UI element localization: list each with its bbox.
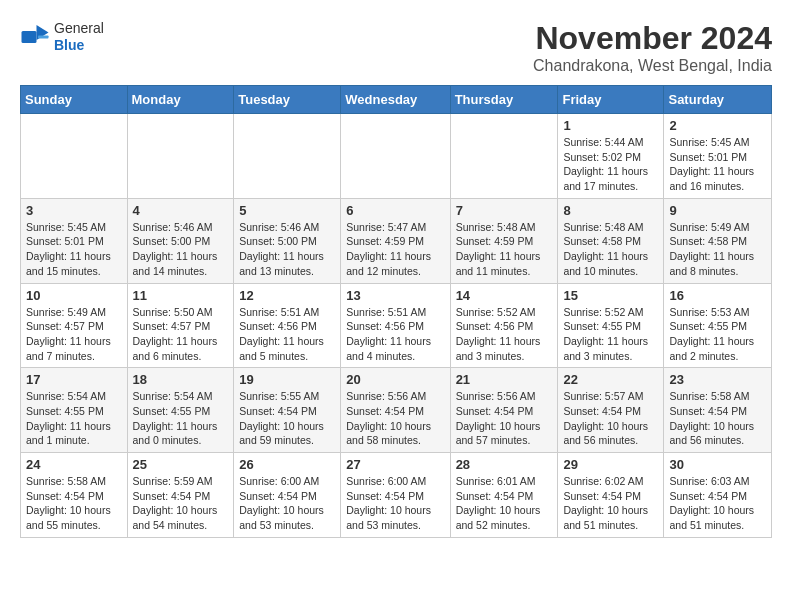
day-cell: 28 Sunrise: 6:01 AM Sunset: 4:54 PM Dayl…: [450, 453, 558, 538]
day-cell: 27 Sunrise: 6:00 AM Sunset: 4:54 PM Dayl…: [341, 453, 450, 538]
day-cell: 17 Sunrise: 5:54 AM Sunset: 4:55 PM Dayl…: [21, 368, 128, 453]
logo-blue: Blue: [54, 37, 104, 54]
day-info: Sunrise: 5:50 AM Sunset: 4:57 PM Dayligh…: [133, 305, 229, 364]
day-number: 26: [239, 457, 335, 472]
day-number: 17: [26, 372, 122, 387]
day-cell: 25 Sunrise: 5:59 AM Sunset: 4:54 PM Dayl…: [127, 453, 234, 538]
day-number: 14: [456, 288, 553, 303]
day-cell: 20 Sunrise: 5:56 AM Sunset: 4:54 PM Dayl…: [341, 368, 450, 453]
day-number: 4: [133, 203, 229, 218]
day-info: Sunrise: 5:53 AM Sunset: 4:55 PM Dayligh…: [669, 305, 766, 364]
day-info: Sunrise: 5:44 AM Sunset: 5:02 PM Dayligh…: [563, 135, 658, 194]
day-info: Sunrise: 5:55 AM Sunset: 4:54 PM Dayligh…: [239, 389, 335, 448]
day-cell: 29 Sunrise: 6:02 AM Sunset: 4:54 PM Dayl…: [558, 453, 664, 538]
day-cell: 1 Sunrise: 5:44 AM Sunset: 5:02 PM Dayli…: [558, 114, 664, 199]
week-row-1: 1 Sunrise: 5:44 AM Sunset: 5:02 PM Dayli…: [21, 114, 772, 199]
day-cell: [450, 114, 558, 199]
day-cell: 22 Sunrise: 5:57 AM Sunset: 4:54 PM Dayl…: [558, 368, 664, 453]
day-info: Sunrise: 6:03 AM Sunset: 4:54 PM Dayligh…: [669, 474, 766, 533]
day-cell: 11 Sunrise: 5:50 AM Sunset: 4:57 PM Dayl…: [127, 283, 234, 368]
day-cell: 24 Sunrise: 5:58 AM Sunset: 4:54 PM Dayl…: [21, 453, 128, 538]
day-number: 16: [669, 288, 766, 303]
day-cell: 16 Sunrise: 5:53 AM Sunset: 4:55 PM Dayl…: [664, 283, 772, 368]
day-cell: 8 Sunrise: 5:48 AM Sunset: 4:58 PM Dayli…: [558, 198, 664, 283]
day-cell: 9 Sunrise: 5:49 AM Sunset: 4:58 PM Dayli…: [664, 198, 772, 283]
page-container: General Blue November 2024 Chandrakona, …: [20, 20, 772, 538]
day-number: 10: [26, 288, 122, 303]
day-info: Sunrise: 6:01 AM Sunset: 4:54 PM Dayligh…: [456, 474, 553, 533]
title-section: November 2024 Chandrakona, West Bengal, …: [533, 20, 772, 75]
day-number: 22: [563, 372, 658, 387]
logo: General Blue: [20, 20, 104, 54]
day-number: 29: [563, 457, 658, 472]
month-title: November 2024: [533, 20, 772, 57]
day-info: Sunrise: 5:52 AM Sunset: 4:56 PM Dayligh…: [456, 305, 553, 364]
day-info: Sunrise: 5:49 AM Sunset: 4:58 PM Dayligh…: [669, 220, 766, 279]
day-info: Sunrise: 5:45 AM Sunset: 5:01 PM Dayligh…: [669, 135, 766, 194]
week-row-5: 24 Sunrise: 5:58 AM Sunset: 4:54 PM Dayl…: [21, 453, 772, 538]
day-info: Sunrise: 6:02 AM Sunset: 4:54 PM Dayligh…: [563, 474, 658, 533]
header: General Blue November 2024 Chandrakona, …: [20, 20, 772, 75]
day-number: 30: [669, 457, 766, 472]
day-info: Sunrise: 6:00 AM Sunset: 4:54 PM Dayligh…: [239, 474, 335, 533]
day-number: 6: [346, 203, 444, 218]
day-info: Sunrise: 5:46 AM Sunset: 5:00 PM Dayligh…: [239, 220, 335, 279]
col-monday: Monday: [127, 86, 234, 114]
day-number: 13: [346, 288, 444, 303]
day-info: Sunrise: 5:45 AM Sunset: 5:01 PM Dayligh…: [26, 220, 122, 279]
day-number: 11: [133, 288, 229, 303]
col-saturday: Saturday: [664, 86, 772, 114]
col-sunday: Sunday: [21, 86, 128, 114]
day-cell: 18 Sunrise: 5:54 AM Sunset: 4:55 PM Dayl…: [127, 368, 234, 453]
svg-rect-2: [38, 35, 49, 38]
logo-text: General Blue: [54, 20, 104, 54]
day-number: 21: [456, 372, 553, 387]
day-cell: [127, 114, 234, 199]
day-number: 20: [346, 372, 444, 387]
svg-rect-0: [22, 31, 37, 43]
day-info: Sunrise: 5:59 AM Sunset: 4:54 PM Dayligh…: [133, 474, 229, 533]
day-info: Sunrise: 5:51 AM Sunset: 4:56 PM Dayligh…: [239, 305, 335, 364]
day-info: Sunrise: 5:49 AM Sunset: 4:57 PM Dayligh…: [26, 305, 122, 364]
day-info: Sunrise: 5:56 AM Sunset: 4:54 PM Dayligh…: [456, 389, 553, 448]
calendar-table: Sunday Monday Tuesday Wednesday Thursday…: [20, 85, 772, 538]
day-info: Sunrise: 5:47 AM Sunset: 4:59 PM Dayligh…: [346, 220, 444, 279]
col-thursday: Thursday: [450, 86, 558, 114]
day-number: 7: [456, 203, 553, 218]
day-number: 12: [239, 288, 335, 303]
week-row-2: 3 Sunrise: 5:45 AM Sunset: 5:01 PM Dayli…: [21, 198, 772, 283]
day-number: 1: [563, 118, 658, 133]
day-cell: 3 Sunrise: 5:45 AM Sunset: 5:01 PM Dayli…: [21, 198, 128, 283]
day-cell: 6 Sunrise: 5:47 AM Sunset: 4:59 PM Dayli…: [341, 198, 450, 283]
day-cell: 10 Sunrise: 5:49 AM Sunset: 4:57 PM Dayl…: [21, 283, 128, 368]
col-tuesday: Tuesday: [234, 86, 341, 114]
day-cell: 23 Sunrise: 5:58 AM Sunset: 4:54 PM Dayl…: [664, 368, 772, 453]
day-number: 19: [239, 372, 335, 387]
day-number: 15: [563, 288, 658, 303]
day-number: 8: [563, 203, 658, 218]
day-info: Sunrise: 5:54 AM Sunset: 4:55 PM Dayligh…: [26, 389, 122, 448]
logo-icon: [20, 25, 50, 49]
day-cell: 2 Sunrise: 5:45 AM Sunset: 5:01 PM Dayli…: [664, 114, 772, 199]
day-info: Sunrise: 5:48 AM Sunset: 4:58 PM Dayligh…: [563, 220, 658, 279]
day-info: Sunrise: 5:46 AM Sunset: 5:00 PM Dayligh…: [133, 220, 229, 279]
day-cell: 5 Sunrise: 5:46 AM Sunset: 5:00 PM Dayli…: [234, 198, 341, 283]
day-number: 18: [133, 372, 229, 387]
col-wednesday: Wednesday: [341, 86, 450, 114]
day-number: 5: [239, 203, 335, 218]
day-cell: 21 Sunrise: 5:56 AM Sunset: 4:54 PM Dayl…: [450, 368, 558, 453]
week-row-4: 17 Sunrise: 5:54 AM Sunset: 4:55 PM Dayl…: [21, 368, 772, 453]
day-cell: 14 Sunrise: 5:52 AM Sunset: 4:56 PM Dayl…: [450, 283, 558, 368]
day-number: 28: [456, 457, 553, 472]
day-cell: 15 Sunrise: 5:52 AM Sunset: 4:55 PM Dayl…: [558, 283, 664, 368]
day-number: 24: [26, 457, 122, 472]
week-row-3: 10 Sunrise: 5:49 AM Sunset: 4:57 PM Dayl…: [21, 283, 772, 368]
day-cell: [21, 114, 128, 199]
day-info: Sunrise: 5:51 AM Sunset: 4:56 PM Dayligh…: [346, 305, 444, 364]
day-info: Sunrise: 5:57 AM Sunset: 4:54 PM Dayligh…: [563, 389, 658, 448]
day-cell: 30 Sunrise: 6:03 AM Sunset: 4:54 PM Dayl…: [664, 453, 772, 538]
header-row: Sunday Monday Tuesday Wednesday Thursday…: [21, 86, 772, 114]
day-number: 2: [669, 118, 766, 133]
day-number: 23: [669, 372, 766, 387]
col-friday: Friday: [558, 86, 664, 114]
